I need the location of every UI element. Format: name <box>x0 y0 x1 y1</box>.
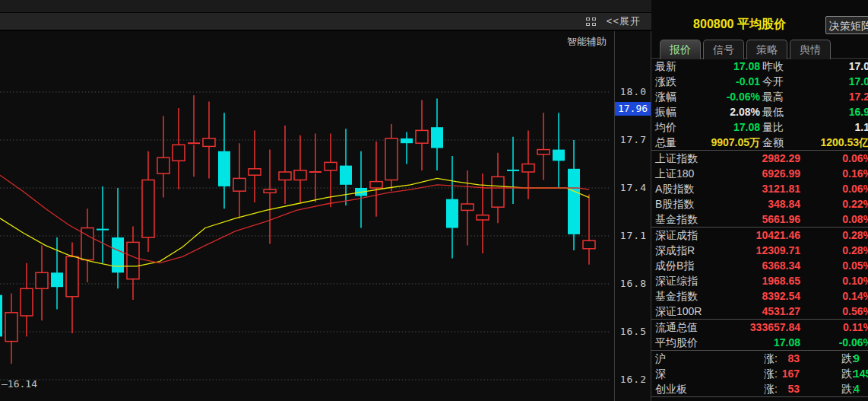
candle <box>522 130 534 199</box>
candle <box>370 142 382 217</box>
candle <box>537 113 550 180</box>
axis-tick-label: 17.4 <box>620 182 647 193</box>
quote-row: 涨跌-0.01今开17.0 <box>651 74 868 89</box>
security-title: 800800 平均股价 <box>651 17 828 33</box>
candle <box>446 156 458 258</box>
decision-matrix-button[interactable]: 决策矩阵 <box>825 16 868 34</box>
kline-chart-area: 智能辅助 —16.14 <box>0 31 614 401</box>
tab-signal[interactable]: 信号 <box>703 40 744 59</box>
kline-canvas <box>0 0 614 401</box>
market-breadth-row[interactable]: 沪涨:83跌:9 <box>651 351 868 366</box>
candle <box>218 113 230 208</box>
panel-rows: 最新17.08昨收17.0涨跌-0.01今开17.0涨幅-0.06%最高17.2… <box>651 59 868 401</box>
index-row[interactable]: 流通总值333657.840.11% <box>651 320 868 335</box>
index-row[interactable]: B股指数348.840.22% <box>651 196 868 212</box>
index-row[interactable]: 深成指R12309.710.28% <box>651 243 868 258</box>
index-row[interactable]: 深证综指1968.650.10% <box>651 273 868 288</box>
market-breadth-row[interactable]: 深涨:167跌:145 <box>651 366 868 381</box>
candle <box>5 294 17 364</box>
candle <box>507 137 519 204</box>
index-row[interactable]: 平均股价17.08-0.06% <box>651 335 868 350</box>
ticker-row: 13:5017.081200 <box>651 397 868 401</box>
axis-tick-label: 16.2 <box>620 374 647 385</box>
candle <box>294 135 306 202</box>
price-axis: 17.96 18.017.717.417.116.816.516.2 <box>614 31 651 401</box>
candle <box>36 246 48 321</box>
panel-tabs: 报价信号策略舆情 <box>651 40 868 59</box>
candle <box>112 188 124 288</box>
quote-row: 总量9907.05万金额1200.53亿 <box>651 135 868 150</box>
quote-row: 均价17.08量比1.1 <box>651 119 868 135</box>
candle <box>355 151 367 228</box>
candle <box>279 126 291 204</box>
candle <box>173 108 185 189</box>
index-row[interactable]: 上证指数2982.290.06% <box>651 151 868 166</box>
quote-panel: 800800 平均股价 决策矩阵 报价信号策略舆情 最新17.08昨收17.0涨… <box>651 0 868 401</box>
index-row[interactable]: 深证100R4531.270.56% <box>651 304 868 319</box>
index-row[interactable]: 基金指数5661.960.08% <box>651 212 868 227</box>
candle <box>385 124 398 191</box>
candle <box>264 150 276 244</box>
tab-sentiment[interactable]: 舆情 <box>790 40 831 59</box>
candle <box>401 132 413 164</box>
candle <box>431 98 443 170</box>
axis-tick-label: 16.8 <box>620 278 647 289</box>
candle <box>568 140 580 250</box>
candle <box>233 143 246 218</box>
quote-row: 涨幅-0.06%最高17.2 <box>651 89 868 104</box>
quote-row: 最新17.08昨收17.0 <box>651 59 868 74</box>
candle <box>97 186 109 263</box>
candle <box>21 263 33 337</box>
current-price-tag: 17.96 <box>615 102 651 116</box>
candle <box>81 208 93 282</box>
candle <box>0 292 2 340</box>
index-row[interactable]: A股指数3121.810.06% <box>651 181 868 196</box>
smart-assist-label[interactable]: 智能辅助 <box>567 35 607 49</box>
axis-tick-label: 17.1 <box>620 230 647 241</box>
candle <box>127 226 139 300</box>
quote-row: 振幅2.08%最低16.9 <box>651 104 868 119</box>
tab-strategy[interactable]: 策略 <box>746 40 787 59</box>
candle <box>309 134 322 202</box>
candle <box>142 151 154 252</box>
candle <box>203 102 215 179</box>
candle <box>461 170 474 246</box>
stock-app-window: { "toolbar": { "expand_label": "<<展开", "… <box>0 0 868 401</box>
market-breadth-row[interactable]: 创业板涨:53跌:4 <box>651 381 868 396</box>
index-row[interactable]: 深证成指10421.460.28% <box>651 228 868 243</box>
tab-quote[interactable]: 报价 <box>660 40 701 59</box>
index-row[interactable]: 成份B指6368.340.05% <box>651 258 868 273</box>
lowest-price-annotation: —16.14 <box>2 378 37 390</box>
axis-tick-label: 18.0 <box>620 86 647 97</box>
candle <box>157 116 169 198</box>
candle <box>583 194 595 264</box>
candle <box>416 100 428 170</box>
axis-tick-label: 17.7 <box>620 134 647 145</box>
index-row[interactable]: 基金指数8392.540.14% <box>651 288 868 304</box>
index-row[interactable]: 上证1806926.990.16% <box>651 166 868 181</box>
candle <box>249 130 261 202</box>
candle <box>188 95 200 177</box>
axis-tick-label: 16.5 <box>620 326 647 337</box>
candle <box>553 113 565 188</box>
